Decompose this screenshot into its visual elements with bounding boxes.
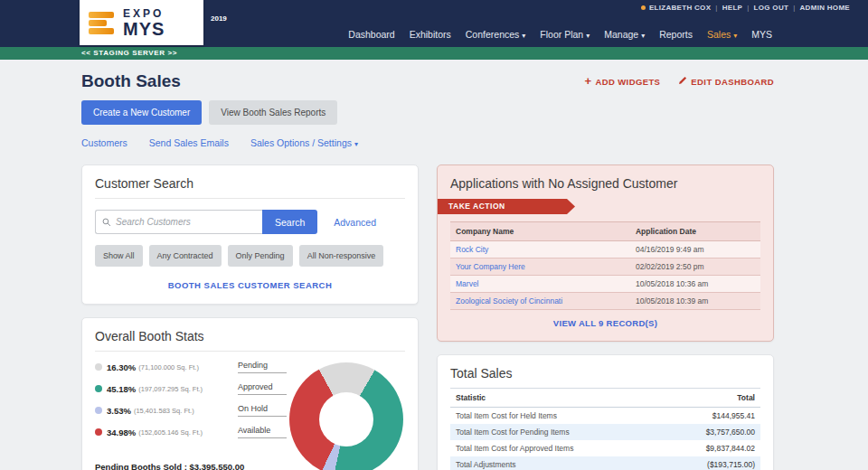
table-row: Total Item Cost for Approved Items$9,837…: [450, 440, 760, 456]
chevron-down-icon: ▾: [586, 32, 590, 40]
search-button[interactable]: Search: [262, 210, 317, 234]
chevron-down-icon: ▾: [733, 32, 737, 40]
search-input[interactable]: [116, 217, 256, 227]
total-sales-card: Total Sales Statistic Total Total Item C…: [437, 354, 774, 470]
column-header: Total: [662, 389, 760, 408]
table-row: Rock City 04/16/2019 9:49 am: [450, 241, 760, 258]
legend-dot: [95, 428, 102, 436]
customer-search-title: Customer Search: [95, 176, 405, 191]
application-date: 02/02/2019 2:50 pm: [630, 258, 760, 276]
divider: |: [747, 4, 749, 12]
company-link[interactable]: Your Company Here: [450, 258, 630, 276]
search-icon: [102, 218, 111, 227]
legend-dot: [95, 363, 102, 371]
sales-options-link[interactable]: Sales Options / Settings▾: [250, 137, 358, 148]
view-reports-button[interactable]: View Booth Sales Reports: [209, 100, 337, 125]
staging-server-banner: << STAGING SERVER >>: [0, 47, 868, 60]
total-sales-table: Statistic Total Total Item Cost for Held…: [450, 388, 760, 470]
account-links: ELIZABETH COX | HELP | LOG OUT | ADMIN H…: [641, 4, 850, 12]
column-header: Statistic: [450, 389, 662, 408]
create-customer-button[interactable]: Create a New Customer: [81, 100, 202, 125]
nav-floor-plan[interactable]: Floor Plan▾: [540, 29, 590, 40]
legend-dot: [95, 407, 102, 414]
pending-booths-sold: Pending Booths Sold : $3,395,550.00: [95, 460, 287, 470]
filter-show-all[interactable]: Show All: [95, 245, 143, 267]
divider: |: [793, 4, 795, 12]
advanced-search-link[interactable]: Advanced: [334, 217, 376, 228]
nav-dashboard[interactable]: Dashboard: [348, 29, 394, 40]
column-header: Application Date: [630, 222, 760, 241]
send-sales-emails-link[interactable]: Send Sales Emails: [149, 137, 229, 148]
customers-link[interactable]: Customers: [81, 137, 127, 148]
legend-item-approved: 45.18% (197,097.295 Sq. Ft.) Approved: [95, 382, 287, 395]
table-row: Zoological Society of Cincinnati 10/05/2…: [450, 293, 760, 310]
customer-search-card: Customer Search Search Advanced Show All…: [81, 164, 419, 305]
divider: [95, 351, 405, 352]
company-link[interactable]: Zoological Society of Cincinnati: [450, 293, 630, 310]
nav-reports[interactable]: Reports: [659, 29, 693, 40]
account-user-link[interactable]: ELIZABETH COX: [649, 4, 711, 12]
event-year: 2019: [211, 14, 227, 23]
nav-mys[interactable]: MYS: [751, 29, 772, 40]
application-date: 04/16/2019 9:49 am: [630, 241, 760, 258]
chevron-down-icon: ▾: [522, 32, 525, 40]
admin-home-link[interactable]: ADMIN HOME: [800, 4, 850, 12]
pencil-icon: [678, 76, 687, 87]
divider: |: [715, 4, 717, 12]
applications-title: Applications with No Assigned Customer: [450, 176, 760, 191]
search-box: [95, 210, 262, 234]
plus-icon: +: [584, 77, 591, 86]
filter-only-pending[interactable]: Only Pending: [228, 245, 293, 267]
nav-sales[interactable]: Sales▾: [707, 29, 737, 40]
applications-card: Applications with No Assigned Customer T…: [437, 164, 774, 342]
application-date: 10/05/2018 10:39 am: [630, 293, 760, 310]
booth-sales-customer-search-link[interactable]: BOOTH SALES CUSTOMER SEARCH: [95, 280, 405, 290]
column-header: Company Name: [450, 222, 630, 241]
take-action-ribbon: TAKE ACTION: [438, 199, 575, 214]
nav-exhibitors[interactable]: Exhibitors: [410, 29, 451, 40]
page-content: Booth Sales + ADD WIDGETS EDIT DASHBOARD…: [81, 71, 774, 470]
top-navigation-bar: EXPO MYS 2019 ELIZABETH COX | HELP | LOG…: [0, 0, 868, 47]
user-status-dot: [641, 5, 646, 10]
main-nav: Dashboard Exhibitors Conferences▾ Floor …: [348, 29, 772, 40]
view-all-records-link[interactable]: VIEW ALL 9 RECORD(S): [450, 318, 760, 328]
chevron-down-icon: ▾: [354, 140, 358, 148]
table-row: Total Item Cost for Held Items$144,955.4…: [450, 408, 760, 425]
company-link[interactable]: Rock City: [450, 241, 630, 258]
legend-dot: [95, 385, 102, 392]
app-logo[interactable]: EXPO MYS: [80, 0, 203, 45]
applications-table: Company Name Application Date Rock City …: [450, 221, 760, 310]
table-row: Marvel 10/05/2018 10:36 am: [450, 276, 760, 293]
logo-line1: EXPO: [123, 7, 165, 20]
company-link[interactable]: Marvel: [450, 276, 630, 293]
total-sales-title: Total Sales: [450, 366, 760, 381]
legend-item-pending: 16.30% (71,100.000 Sq. Ft.) Pending: [95, 361, 287, 373]
table-row: Total Adjustments($193,715.00): [450, 456, 760, 470]
booth-stats-title: Overall Booth Stats: [95, 329, 405, 343]
legend-item-available: 34.98% (152,605.146 Sq. Ft.) Available: [95, 426, 287, 438]
logo-text: EXPO MYS: [123, 7, 165, 38]
filter-any-contracted[interactable]: Any Contracted: [149, 245, 222, 267]
logo-icon: [89, 10, 116, 36]
edit-dashboard-button[interactable]: EDIT DASHBOARD: [678, 76, 774, 87]
add-widgets-button[interactable]: + ADD WIDGETS: [584, 77, 660, 87]
nav-manage[interactable]: Manage▾: [604, 29, 645, 40]
divider: [95, 198, 405, 199]
filter-all-non-responsive[interactable]: All Non-responsive: [299, 245, 384, 267]
logo-line2: MYS: [123, 20, 165, 38]
legend-item-on-hold: 3.53% (15,401.583 Sq. Ft.) On Hold: [95, 404, 287, 417]
application-date: 10/05/2018 10:36 am: [630, 276, 760, 293]
chevron-down-icon: ▾: [641, 32, 645, 40]
logout-link[interactable]: LOG OUT: [754, 4, 789, 12]
help-link[interactable]: HELP: [722, 4, 743, 12]
nav-conferences[interactable]: Conferences▾: [466, 29, 526, 40]
booth-stats-card: Overall Booth Stats 16.30% (71,100.000 S…: [81, 317, 419, 470]
booth-stats-donut: [289, 362, 403, 470]
page-title: Booth Sales: [81, 71, 181, 91]
table-row: Total Item Cost for Pending Items$3,757,…: [450, 424, 760, 440]
table-row: Your Company Here 02/02/2019 2:50 pm: [450, 258, 760, 276]
